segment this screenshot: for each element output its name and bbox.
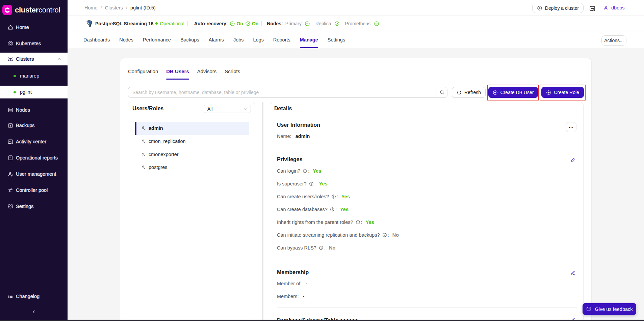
info-icon[interactable] (303, 169, 307, 173)
logo-brand-bold: cluster (15, 6, 38, 14)
tab-jobs[interactable]: Jobs (233, 31, 244, 48)
clustercontrol-logo[interactable]: clustercontrol (2, 5, 60, 15)
tab-manage[interactable]: Manage (300, 31, 318, 48)
sidebar-item-label: Nodes (16, 107, 30, 113)
replica-label: Replica: (315, 21, 333, 26)
colon-separator: : (335, 207, 337, 212)
monitors-icon[interactable] (589, 5, 595, 11)
privilege-value: Yes (340, 207, 349, 212)
user-name: cmon_replication (149, 139, 186, 144)
edit-membership-icon[interactable] (570, 270, 575, 275)
member-of-row: Member of: - (277, 281, 307, 286)
colon-separator: : (308, 168, 309, 174)
sidebar-item-controller-pool[interactable]: Controller pool (0, 183, 68, 197)
search-button[interactable] (437, 87, 447, 97)
sidebar-item-backups[interactable]: Backups (0, 119, 68, 132)
colon-separator: : (361, 220, 362, 225)
create-role-button[interactable]: Create Role (541, 87, 584, 98)
sidebar-item-label: Backups (16, 123, 35, 128)
tab-logs[interactable]: Logs (253, 31, 264, 48)
search-input[interactable] (128, 90, 437, 95)
info-icon[interactable] (331, 194, 336, 199)
tab-settings[interactable]: Settings (328, 31, 345, 48)
tab-advisors[interactable]: Advisors (197, 63, 217, 79)
plus-circle-icon (546, 90, 551, 95)
tab-backups[interactable]: Backups (180, 31, 199, 48)
info-icon[interactable] (356, 220, 360, 225)
privileges-heading: Privileges (277, 156, 303, 163)
sidebar-item-activity-center[interactable]: Activity center (0, 135, 68, 148)
top-header: Home / Clusters / pglint (ID:5) Deploy a… (68, 0, 644, 16)
sidebar-item-kubernetes[interactable]: Kubernetes (0, 37, 68, 50)
privilege-label: Can login? (277, 168, 300, 174)
sidebar-item-changelog[interactable]: Changelog (0, 290, 68, 303)
role-filter-select[interactable]: All (204, 105, 251, 113)
postgresql-icon (85, 20, 93, 28)
sidebar-item-user-management[interactable]: User management (0, 167, 68, 181)
home-icon (7, 24, 14, 30)
tab-nodes[interactable]: Nodes (119, 31, 133, 48)
privilege-value: No (329, 245, 335, 251)
check-circle-icon (245, 21, 251, 26)
colon-separator: : (388, 232, 389, 238)
panel-splitter[interactable] (262, 102, 263, 320)
sidebar-item-operational-reports[interactable]: Operational reports (0, 151, 68, 165)
deploy-cluster-button[interactable]: Deploy a cluster (532, 3, 584, 13)
tab-alarms[interactable]: Alarms (209, 31, 224, 48)
more-actions-button[interactable]: ... (566, 122, 576, 132)
window-bottom-edge (0, 320, 644, 321)
feedback-button[interactable]: Give us feedback (583, 303, 636, 315)
clusters-icon (7, 56, 14, 62)
role-filter-value: All (207, 106, 213, 112)
chevron-left-icon (31, 309, 36, 314)
sidebar-item-nodes[interactable]: Nodes (0, 103, 68, 117)
sidebar-item-label: mariarep (20, 73, 39, 79)
privilege-label: Can create users/roles? (277, 194, 329, 199)
sidebar-collapse-button[interactable] (0, 305, 68, 318)
nodes-label: Nodes: (267, 21, 283, 26)
actions-button[interactable]: Actions... (601, 35, 626, 46)
cluster-status-dot (14, 75, 16, 77)
breadcrumb-home[interactable]: Home (84, 5, 98, 10)
create-db-user-button[interactable]: Create DB User (488, 87, 538, 98)
colon-separator: : (337, 194, 338, 199)
sidebar-item-home[interactable]: Home (0, 21, 68, 34)
tab-scripts[interactable]: Scripts (225, 63, 240, 79)
refresh-button[interactable]: Refresh (452, 87, 486, 98)
tab-configuration[interactable]: Configuration (128, 63, 158, 79)
info-icon[interactable] (309, 181, 314, 186)
membership-heading: Membership (277, 269, 309, 275)
user-list-item-cmonexporter[interactable]: cmonexporter (135, 148, 249, 161)
sidebar-item-settings[interactable]: Settings (0, 200, 68, 213)
sidebar-subitem-mariarep[interactable]: mariarep (0, 69, 68, 83)
tab-dashboards[interactable]: Dashboards (83, 31, 110, 48)
edit-privileges-icon[interactable] (570, 157, 575, 163)
info-icon[interactable] (330, 207, 335, 212)
user-menu[interactable]: dbops (603, 0, 625, 16)
activity-center-icon (7, 139, 14, 145)
privilege-label: Can create databases? (277, 207, 328, 212)
tab-reports[interactable]: Reports (273, 31, 290, 48)
settings-icon (7, 203, 14, 209)
details-panel: Details User Information ... Name: admin… (270, 102, 584, 321)
section-divider (277, 259, 577, 259)
tab-db-users[interactable]: DB Users (166, 63, 189, 79)
info-icon[interactable] (319, 245, 324, 250)
privilege-label: Is superuser? (277, 181, 307, 186)
user-icon (141, 152, 146, 157)
sidebar-item-label: Kubernetes (16, 41, 41, 46)
sidebar-item-clusters[interactable]: Clusters (0, 53, 68, 65)
privilege-row: Can bypass RLS? :No (277, 245, 335, 251)
tab-performance[interactable]: Performance (143, 31, 171, 48)
sidebar-subitem-pglint[interactable]: pglint (0, 86, 68, 98)
user-list-item-postgres[interactable]: postgres (135, 161, 249, 174)
user-list-item-admin[interactable]: admin (135, 122, 249, 135)
user-name: dbops (611, 5, 625, 10)
status-dot (155, 22, 158, 25)
privilege-label: Can bypass RLS? (277, 245, 316, 251)
cluster-status: Operational (160, 21, 184, 26)
sidebar-item-label: pglint (20, 89, 32, 95)
breadcrumb-clusters[interactable]: Clusters (105, 5, 123, 10)
user-list-item-cmon-replication[interactable]: cmon_replication (135, 135, 249, 148)
info-icon[interactable] (382, 233, 387, 237)
